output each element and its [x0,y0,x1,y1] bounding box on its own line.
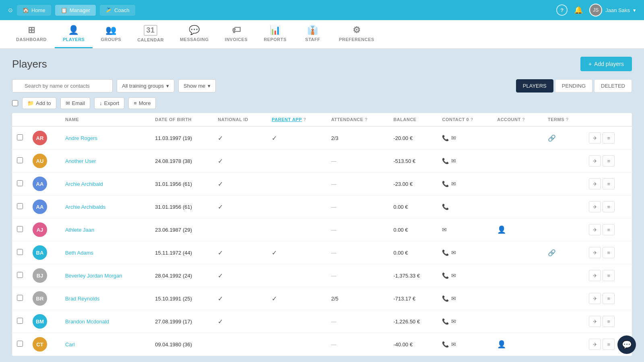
send-button[interactable]: ✈ [589,316,601,327]
menu-button[interactable]: ≡ [603,132,615,144]
phone-icon[interactable]: 📞 [442,204,449,210]
menu-icon: ≡ [607,341,610,348]
send-button[interactable]: ✈ [589,247,601,258]
player-name[interactable]: Archie Archibald [65,181,103,187]
avatar: AA [33,200,47,214]
messaging-label: MESSAGING [180,37,209,42]
more-button[interactable]: ≡ More [128,97,156,109]
email-icon[interactable]: ✉ [451,181,456,187]
email-icon[interactable]: ✉ [451,272,456,279]
export-button[interactable]: ↓ Export [94,97,124,109]
sidebar-item-groups[interactable]: 👥 GROUPS [93,20,129,48]
player-name[interactable]: Beth Adams [65,250,93,256]
row-checkbox[interactable] [17,272,23,278]
player-name[interactable]: Archie Archibalds [65,204,105,210]
check-national-id: ✓ [218,295,223,302]
phone-icon[interactable]: 📞 [442,181,449,187]
parent-app-link[interactable]: PARENT APP [272,117,301,122]
action-bar: 📁 Add to ✉ Email ↓ Export ≡ More [12,97,632,109]
show-me-dropdown[interactable]: Show me ▾ [178,79,216,93]
row-checkbox[interactable] [17,180,23,186]
sidebar-item-invoices[interactable]: 🏷 INVOICES [217,20,256,48]
player-name[interactable]: Carl [65,341,75,348]
sidebar-item-preferences[interactable]: ⚙ PREFERENCES [331,20,382,48]
phone-icon[interactable]: 📞 [442,341,449,348]
send-button[interactable]: ✈ [589,339,601,350]
menu-button[interactable]: ≡ [603,155,615,167]
menu-button[interactable]: ≡ [603,224,615,235]
home-button[interactable]: 🏠 Home [17,5,51,16]
phone-icon[interactable]: 📞 [442,158,449,164]
notifications-icon[interactable]: 🔔 [574,6,583,14]
menu-button[interactable]: ≡ [603,316,615,327]
phone-icon[interactable]: 📞 [442,249,449,256]
row-checkbox[interactable] [17,157,23,163]
player-name[interactable]: Brad Reynolds [65,296,99,302]
add-players-button[interactable]: + Add players [580,57,632,71]
menu-button[interactable]: ≡ [603,201,615,212]
players-table-wrap: NAME DATE OF BIRTH NATIONAL ID PARENT AP… [12,113,632,356]
phone-icon[interactable]: 📞 [442,295,449,302]
phone-icon[interactable]: 📞 [442,318,449,325]
sidebar-item-calendar[interactable]: 31 CALENDAR [129,20,172,48]
sidebar-item-reports[interactable]: 📊 REPORTS [256,20,295,48]
email-button[interactable]: ✉ Email [60,97,91,109]
phone-icon[interactable]: 📞 [442,135,449,141]
player-name[interactable]: Andre Rogers [65,135,97,141]
row-checkbox[interactable] [17,134,23,140]
sidebar-item-dashboard[interactable]: ⊞ DASHBOARD [8,20,55,48]
send-icon: ✈ [593,158,597,164]
email-icon[interactable]: ✉ [451,135,456,141]
invoices-label: INVOICES [225,37,248,42]
email-icon[interactable]: ✉ [451,318,456,325]
search-input[interactable] [12,79,113,93]
row-checkbox[interactable] [17,341,23,347]
email-icon[interactable]: ✉ [451,249,456,256]
add-to-button[interactable]: 📁 Add to [22,97,56,109]
send-button[interactable]: ✈ [589,201,601,212]
row-checkbox[interactable] [17,226,23,232]
tab-deleted[interactable]: DELETED [594,79,632,93]
send-button[interactable]: ✈ [589,155,601,167]
player-dob: 15.11.1972 (44) [150,241,213,264]
player-name[interactable]: Beverley Jordan Morgan [65,273,122,279]
email-icon[interactable]: ✉ [451,295,456,302]
phone-icon[interactable]: 📞 [442,272,449,279]
select-all-checkbox[interactable] [12,100,18,106]
send-icon: ✈ [593,296,597,302]
email-icon[interactable]: ✉ [451,158,456,164]
send-button[interactable]: ✈ [589,224,601,235]
email-icon[interactable]: ✉ [442,226,447,233]
tab-pending[interactable]: PENDING [555,79,592,93]
menu-button[interactable]: ≡ [603,247,615,258]
sidebar-item-messaging[interactable]: 💬 MESSAGING [172,20,217,48]
help-icon: ? [566,117,569,122]
app-logo: ⊙ [8,7,13,13]
chat-bubble-button[interactable]: 💬 [617,335,636,354]
manager-button[interactable]: 📋 Manager [55,5,96,16]
help-icon[interactable]: ? [556,4,568,16]
tab-players[interactable]: PLAYERS [516,79,553,93]
training-groups-dropdown[interactable]: All training groups ▾ [117,79,174,93]
coach-button[interactable]: 🎽 Coach [100,5,135,16]
menu-button[interactable]: ≡ [603,339,615,350]
player-attendance: — [326,333,389,356]
send-button[interactable]: ✈ [589,270,601,281]
user-info[interactable]: JS Jaan Saks ▾ [589,4,636,16]
player-name[interactable]: Another User [65,158,96,164]
menu-button[interactable]: ≡ [603,270,615,281]
menu-button[interactable]: ≡ [603,178,615,189]
row-checkbox[interactable] [17,318,23,324]
send-button[interactable]: ✈ [589,293,601,304]
send-button[interactable]: ✈ [589,178,601,189]
player-name[interactable]: Athlete Jaan [65,227,94,233]
menu-button[interactable]: ≡ [603,293,615,304]
row-checkbox[interactable] [17,203,23,209]
send-button[interactable]: ✈ [589,132,601,144]
sidebar-item-staff[interactable]: 👔 STAFF [295,20,331,48]
sidebar-item-players[interactable]: 👤 PLAYERS [55,20,93,48]
row-checkbox[interactable] [17,295,23,301]
email-icon[interactable]: ✉ [451,341,456,348]
player-name[interactable]: Brandon Mcdonald [65,319,109,325]
row-checkbox[interactable] [17,249,23,255]
